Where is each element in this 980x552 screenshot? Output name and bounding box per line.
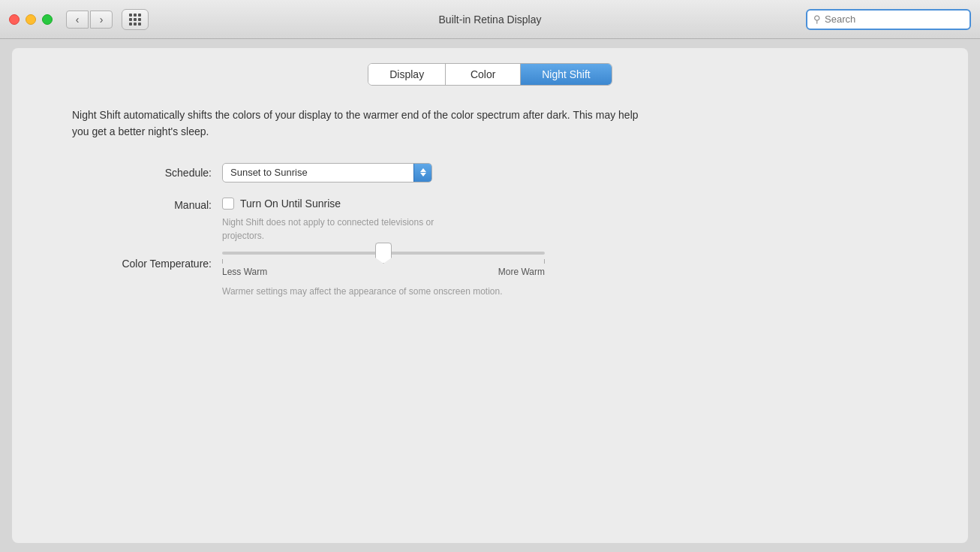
arrow-down-icon (420, 173, 426, 176)
arrow-up-icon (420, 168, 426, 172)
more-warm-label: More Warm (498, 267, 545, 277)
color-temperature-slider[interactable] (222, 252, 545, 255)
description-text: Night Shift automatically shifts the col… (72, 107, 642, 140)
tab-night-shift[interactable]: Night Shift (521, 64, 612, 85)
tab-display[interactable]: Display (368, 64, 446, 85)
search-icon: ⚲ (813, 14, 821, 25)
schedule-row: Schedule: Sunset to Sunrise (72, 163, 908, 182)
slider-labels: Less Warm More Warm (222, 267, 545, 277)
manual-hint-text: Night Shift does not apply to connected … (222, 216, 462, 243)
schedule-value: Sunset to Sunrise (230, 167, 413, 178)
grid-view-button[interactable] (122, 9, 149, 30)
nav-buttons: ‹ › (66, 11, 113, 29)
manual-check-label: Turn On Until Sunrise (240, 198, 341, 210)
tick-left (222, 259, 223, 264)
tab-color[interactable]: Color (446, 64, 521, 85)
search-input[interactable] (825, 14, 963, 25)
maximize-button[interactable] (42, 14, 53, 25)
traffic-lights (9, 14, 53, 25)
back-button[interactable]: ‹ (66, 11, 89, 29)
schedule-select[interactable]: Sunset to Sunrise (222, 163, 432, 182)
temp-label: Color Temperature: (72, 252, 222, 270)
grid-icon (129, 14, 141, 26)
titlebar: ‹ › Built-in Retina Display ⚲ (0, 0, 980, 39)
schedule-label: Schedule: (72, 167, 222, 179)
manual-content: Turn On Until Sunrise Night Shift does n… (222, 198, 462, 243)
color-temperature-row: Color Temperature: Less Warm More Warm W… (72, 252, 908, 298)
window-title: Built-in Retina Display (439, 14, 542, 26)
temp-hint-text: Warmer settings may affect the appearanc… (222, 285, 507, 298)
select-arrows-icon (413, 164, 431, 182)
content-area: Display Color Night Shift Night Shift au… (12, 48, 968, 543)
night-shift-panel: Night Shift automatically shifts the col… (12, 107, 968, 298)
close-button[interactable] (9, 14, 20, 25)
search-box[interactable]: ⚲ (806, 9, 971, 30)
minimize-button[interactable] (26, 14, 36, 25)
turn-on-sunrise-checkbox[interactable] (222, 198, 234, 210)
manual-label: Manual: (72, 198, 222, 211)
tick-right (544, 259, 545, 264)
temp-content: Less Warm More Warm Warmer settings may … (222, 252, 545, 298)
manual-check-row: Turn On Until Sunrise (222, 198, 462, 210)
tabs-group: Display Color Night Shift (368, 63, 612, 86)
manual-row: Manual: Turn On Until Sunrise Night Shif… (72, 198, 908, 243)
less-warm-label: Less Warm (222, 267, 267, 277)
forward-button[interactable]: › (90, 11, 113, 29)
tabs-container: Display Color Night Shift (12, 63, 968, 86)
